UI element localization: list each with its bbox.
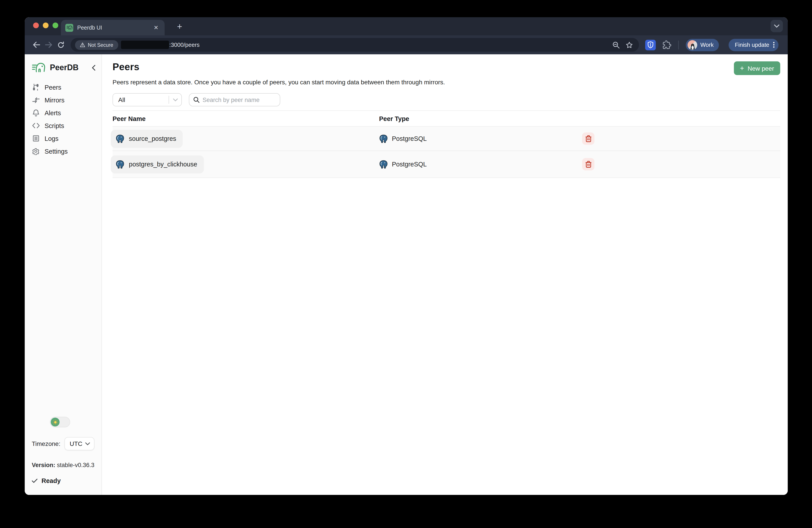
sidebar-footer: Timezone: UTC Version: stable-v0.36.3 bbox=[25, 417, 102, 484]
peer-name-link[interactable]: postgres_by_clickhouse bbox=[111, 155, 204, 173]
browser-tab-peerdb[interactable]: Peerdb UI ✕ bbox=[61, 20, 164, 35]
sidebar-item-scripts[interactable]: Scripts bbox=[25, 119, 102, 132]
tab-strip: Peerdb UI ✕ + bbox=[25, 17, 788, 35]
minimize-window-button[interactable] bbox=[43, 23, 48, 28]
sidebar-collapse-icon[interactable] bbox=[92, 65, 95, 70]
peers-table: Peer Name Peer Type source_postgres bbox=[113, 110, 780, 178]
trash-icon bbox=[585, 161, 592, 168]
peerdb-logo-icon bbox=[32, 62, 46, 73]
code-icon bbox=[32, 123, 40, 128]
bell-icon bbox=[32, 109, 40, 116]
redacted-host bbox=[121, 41, 169, 49]
peer-search-box bbox=[189, 93, 280, 106]
chevron-down-icon bbox=[85, 442, 90, 445]
table-header-row: Peer Name Peer Type bbox=[113, 110, 780, 127]
forward-icon[interactable] bbox=[42, 39, 55, 51]
swap-arrows-icon bbox=[32, 97, 40, 103]
delete-peer-button[interactable] bbox=[582, 158, 594, 170]
finish-update-button[interactable]: Finish update bbox=[729, 39, 779, 51]
finish-update-label: Finish update bbox=[735, 42, 769, 48]
column-header-peer-name: Peer Name bbox=[113, 115, 379, 122]
bitwarden-extension-icon[interactable] bbox=[645, 40, 656, 50]
sidebar-item-label: Settings bbox=[45, 148, 68, 155]
search-icon bbox=[193, 97, 200, 103]
close-tab-icon[interactable]: ✕ bbox=[152, 24, 160, 31]
sidebar-nav: Peers Mirrors Alerts bbox=[25, 81, 102, 158]
check-icon bbox=[32, 479, 38, 483]
browser-menu-kebab-icon[interactable] bbox=[773, 42, 774, 48]
close-window-button[interactable] bbox=[33, 23, 39, 28]
page-title: Peers bbox=[113, 61, 445, 73]
warning-triangle-icon bbox=[80, 42, 85, 47]
sidebar-item-peers[interactable]: Peers bbox=[25, 81, 102, 94]
column-header-peer-type: Peer Type bbox=[379, 115, 582, 122]
extensions-puzzle-icon[interactable] bbox=[662, 40, 671, 49]
sidebar-item-alerts[interactable]: Alerts bbox=[25, 106, 102, 119]
browser-window: Peerdb UI ✕ + Not Secure bbox=[25, 17, 788, 495]
sidebar-item-logs[interactable]: Logs bbox=[25, 132, 102, 145]
main-content: Peers Peers represent a data store. Once… bbox=[102, 54, 788, 495]
trash-icon bbox=[585, 135, 592, 142]
page-description: Peers represent a data store. Once you h… bbox=[113, 79, 445, 86]
peer-type-text: PostgreSQL bbox=[392, 161, 427, 168]
table-row[interactable]: source_postgres PostgreSQL bbox=[113, 127, 780, 151]
timezone-label: Timezone: bbox=[32, 440, 60, 447]
peer-type-text: PostgreSQL bbox=[392, 135, 427, 142]
postgres-elephant-icon bbox=[116, 160, 125, 169]
plus-icon: + bbox=[740, 64, 744, 72]
sidebar-item-settings[interactable]: Settings bbox=[25, 145, 102, 158]
profile-avatar bbox=[687, 40, 697, 50]
peer-name-text: source_postgres bbox=[129, 135, 176, 142]
light-mode-sun-icon bbox=[51, 418, 60, 427]
plug-icon bbox=[32, 83, 40, 91]
sidebar-item-label: Logs bbox=[45, 135, 58, 142]
postgres-elephant-icon bbox=[379, 134, 388, 143]
sidebar-item-label: Alerts bbox=[45, 109, 61, 116]
fullscreen-window-button[interactable] bbox=[53, 23, 58, 28]
peer-name-text: postgres_by_clickhouse bbox=[129, 161, 197, 168]
search-input[interactable] bbox=[203, 97, 276, 103]
not-secure-chip[interactable]: Not Secure bbox=[75, 40, 118, 50]
delete-peer-button[interactable] bbox=[582, 132, 594, 145]
browser-profile-chip[interactable]: Work bbox=[686, 39, 719, 51]
not-secure-label: Not Secure bbox=[88, 42, 113, 47]
theme-toggle[interactable] bbox=[50, 417, 70, 427]
status-indicator: Ready bbox=[32, 477, 95, 484]
zoom-out-indicator-icon[interactable] bbox=[612, 41, 620, 48]
sidebar-item-label: Peers bbox=[45, 84, 61, 91]
peer-type-cell: PostgreSQL bbox=[379, 160, 582, 169]
peer-type-filter-dropdown[interactable]: All bbox=[113, 93, 182, 106]
status-label: Ready bbox=[42, 477, 61, 484]
tab-title: Peerdb UI bbox=[77, 25, 152, 31]
toolbar-divider bbox=[678, 40, 679, 49]
sidebar-item-label: Scripts bbox=[45, 122, 64, 129]
window-controls bbox=[33, 23, 58, 28]
back-icon[interactable] bbox=[30, 39, 42, 51]
peerdb-favicon-icon bbox=[65, 24, 73, 31]
peer-name-link[interactable]: source_postgres bbox=[111, 130, 183, 148]
profile-label: Work bbox=[700, 42, 714, 48]
screen: Peerdb UI ✕ + Not Secure bbox=[0, 0, 812, 528]
new-tab-button[interactable]: + bbox=[174, 21, 185, 32]
filter-selected-value: All bbox=[113, 96, 169, 103]
new-peer-button[interactable]: + New peer bbox=[734, 61, 780, 75]
gear-icon bbox=[32, 148, 40, 155]
version-label: Version: bbox=[32, 462, 55, 468]
url-text: :3000/peers bbox=[169, 42, 612, 48]
postgres-elephant-icon bbox=[379, 160, 388, 169]
table-row[interactable]: postgres_by_clickhouse PostgreSQL bbox=[113, 151, 780, 178]
browser-toolbar: Not Secure :3000/peers bbox=[25, 35, 788, 54]
version-info: Version: stable-v0.36.3 bbox=[32, 462, 95, 468]
reload-icon[interactable] bbox=[55, 39, 67, 51]
sidebar-item-mirrors[interactable]: Mirrors bbox=[25, 94, 102, 106]
bookmark-star-icon[interactable] bbox=[626, 41, 633, 48]
address-bar[interactable]: Not Secure :3000/peers bbox=[71, 38, 639, 52]
sidebar-item-label: Mirrors bbox=[45, 97, 64, 103]
document-lines-icon bbox=[32, 135, 40, 142]
peer-type-cell: PostgreSQL bbox=[379, 134, 582, 143]
tab-search-button[interactable] bbox=[770, 20, 783, 32]
timezone-select[interactable]: UTC bbox=[64, 437, 95, 450]
version-value: stable-v0.36.3 bbox=[57, 462, 95, 468]
sidebar: PeerDB Peers bbox=[25, 54, 102, 495]
timezone-value: UTC bbox=[70, 440, 85, 447]
